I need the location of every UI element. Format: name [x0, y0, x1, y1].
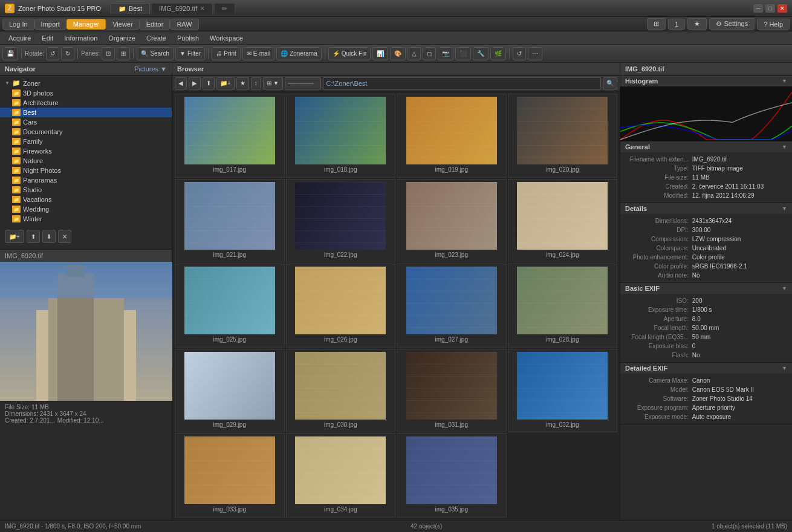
- toolbar-disk-button[interactable]: 💾: [2, 47, 18, 60]
- thumb-cell-0[interactable]: img_017.jpg: [175, 94, 285, 178]
- filter-button[interactable]: ▼ Filter: [175, 47, 205, 60]
- folder-best[interactable]: 📁 Best: [0, 108, 172, 117]
- folder-family[interactable]: 📁 Family: [0, 137, 172, 146]
- thumb-cell-5[interactable]: img_022.jpg: [286, 179, 396, 263]
- thumb-cell-1[interactable]: img_018.jpg: [286, 94, 396, 178]
- folder-nightphotos[interactable]: 📁 Night Photos: [0, 166, 172, 175]
- thumb-cell-17[interactable]: img_034.jpg: [286, 433, 396, 517]
- folder-panoramas[interactable]: 📁 Panoramas: [0, 175, 172, 185]
- thumb-cell-15[interactable]: img_032.jpg: [508, 349, 618, 433]
- menu-organize[interactable]: Organize: [103, 33, 140, 43]
- tab-edit[interactable]: ✏: [214, 3, 235, 14]
- settings-button[interactable]: ⚙ Settings: [709, 18, 755, 30]
- thumb-cell-11[interactable]: img_028.jpg: [508, 264, 618, 348]
- folder-remove-button[interactable]: ✕: [58, 230, 71, 243]
- general-header[interactable]: General ▼: [620, 141, 792, 152]
- minimize-button[interactable]: ─: [753, 4, 763, 13]
- folder-3dphtos[interactable]: 📁 3D photos: [0, 88, 172, 98]
- thumb-cell-6[interactable]: img_023.jpg: [397, 179, 507, 263]
- thumb-cell-18[interactable]: img_035.jpg: [397, 433, 507, 517]
- folder-down-button[interactable]: ⬇: [42, 230, 56, 243]
- menu-acquire[interactable]: Acquire: [4, 33, 36, 43]
- zonerama-button[interactable]: 🌐 Zonerama: [276, 47, 322, 60]
- tool-btn-5[interactable]: 📷: [438, 47, 453, 60]
- new-folder-button[interactable]: 📁+: [5, 230, 24, 243]
- thumb-cell-8[interactable]: img_025.jpg: [175, 264, 285, 348]
- folder-up-button[interactable]: ⬆: [27, 230, 40, 243]
- tool-btn-3[interactable]: △: [407, 47, 421, 60]
- nav-button-viewer[interactable]: Viewer: [106, 19, 139, 30]
- maximize-button[interactable]: □: [765, 4, 775, 13]
- detailed-exif-header[interactable]: Detailed EXIF ▼: [620, 363, 792, 374]
- thumb-cell-16[interactable]: img_033.jpg: [175, 433, 285, 517]
- folder-cars[interactable]: 📁 Cars: [0, 117, 172, 127]
- path-bar[interactable]: C:\Zoner\Best: [323, 77, 601, 89]
- thumb-cell-12[interactable]: img_029.jpg: [175, 349, 285, 433]
- folder-wedding[interactable]: 📁 Wedding: [0, 204, 172, 214]
- thumb-cell-3[interactable]: img_020.jpg: [508, 94, 618, 178]
- folder-new-nav-button[interactable]: 📁+: [216, 77, 235, 89]
- nav-button-editor[interactable]: Editor: [140, 19, 170, 30]
- email-button[interactable]: ✉ E-mail: [242, 47, 274, 60]
- rotate-left-button[interactable]: ↺: [46, 47, 59, 60]
- thumb-cell-2[interactable]: img_019.jpg: [397, 94, 507, 178]
- pane-btn-1[interactable]: ⊡: [102, 47, 115, 60]
- help-button[interactable]: ? Help: [757, 19, 790, 30]
- tool-btn-1[interactable]: 📊: [372, 47, 388, 60]
- nav-button-manager[interactable]: Manager: [67, 19, 106, 30]
- folder-root-zoner[interactable]: ▼ 📁 Zoner: [0, 78, 172, 88]
- tool-btn-6[interactable]: ⬛: [455, 47, 471, 60]
- folder-nature[interactable]: 📁 Nature: [0, 156, 172, 166]
- thumb-canvas-15: [517, 352, 608, 420]
- menu-create[interactable]: Create: [141, 33, 171, 43]
- folder-winter[interactable]: 📁 Winter: [0, 214, 172, 224]
- view-icon[interactable]: ⊞: [647, 18, 666, 30]
- tab-close-icon[interactable]: ✕: [200, 5, 205, 11]
- details-header[interactable]: Details ▼: [620, 203, 792, 214]
- nav-button-raw[interactable]: RAW: [170, 19, 198, 30]
- thumb-cell-14[interactable]: img_031.jpg: [397, 349, 507, 433]
- rotate-right-button[interactable]: ↻: [61, 47, 74, 60]
- quickfix-button[interactable]: ⚡ Quick Fix: [328, 47, 371, 60]
- basic-exif-header[interactable]: Basic EXIF ▼: [620, 283, 792, 294]
- histogram-header[interactable]: Histogram ▼: [620, 76, 792, 86]
- close-button[interactable]: ✕: [777, 4, 787, 13]
- thumb-cell-4[interactable]: img_021.jpg: [175, 179, 285, 263]
- folder-fav-button[interactable]: ★: [236, 77, 249, 89]
- nav-button-import[interactable]: Import: [34, 19, 67, 30]
- back-button[interactable]: ◀: [175, 77, 187, 89]
- nav-button-login[interactable]: Log In: [2, 19, 34, 30]
- search-button-browser[interactable]: 🔍: [603, 77, 617, 89]
- thumb-cell-7[interactable]: img_024.jpg: [508, 179, 618, 263]
- print-button[interactable]: 🖨 Print: [212, 47, 241, 60]
- search-button[interactable]: 🔍 Search: [137, 47, 174, 60]
- sort-button[interactable]: ↕: [251, 77, 261, 89]
- tab-img[interactable]: IMG_6920.tif ✕: [151, 3, 213, 14]
- slider-button[interactable]: ──────: [285, 77, 321, 89]
- menu-edit[interactable]: Edit: [37, 33, 58, 43]
- tool-btn-4[interactable]: ◻: [423, 47, 436, 60]
- thumb-cell-9[interactable]: img_026.jpg: [286, 264, 396, 348]
- tab-best[interactable]: 📁 Best: [111, 3, 150, 14]
- view-toggle-button[interactable]: ⊞ ▼: [263, 77, 283, 89]
- thumb-cell-10[interactable]: img_027.jpg: [397, 264, 507, 348]
- pane-btn-2[interactable]: ⊞: [117, 47, 130, 60]
- extra-button[interactable]: ⋯: [528, 47, 542, 60]
- tool-btn-7[interactable]: 🔧: [473, 47, 489, 60]
- tool-btn-8[interactable]: 🌿: [490, 47, 506, 60]
- menu-publish[interactable]: Publish: [172, 33, 204, 43]
- folder-fireworks[interactable]: 📁 Fireworks: [0, 146, 172, 156]
- folder-documentary[interactable]: 📁 Documentary: [0, 127, 172, 137]
- refresh-button[interactable]: ↺: [513, 47, 526, 60]
- folder-vacations[interactable]: 📁 Vacations: [0, 195, 172, 204]
- folder-architecture[interactable]: 📁 Architecture: [0, 98, 172, 108]
- menu-information[interactable]: Information: [59, 33, 102, 43]
- tool-btn-2[interactable]: 🎨: [390, 47, 406, 60]
- pictures-dropdown[interactable]: Pictures ▼: [134, 65, 167, 73]
- thumb-cell-13[interactable]: img_030.jpg: [286, 349, 396, 433]
- folder-up-nav-button[interactable]: ⬆: [203, 77, 215, 89]
- folder-studio[interactable]: 📁 Studio: [0, 185, 172, 195]
- star-icon[interactable]: ★: [687, 18, 707, 30]
- menu-workspace[interactable]: Workspace: [205, 33, 248, 43]
- forward-button[interactable]: ▶: [189, 77, 201, 89]
